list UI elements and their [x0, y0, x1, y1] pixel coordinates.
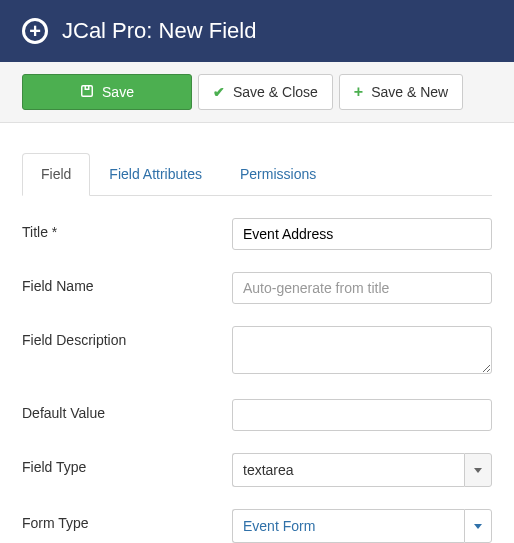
form-type-select[interactable]: Event Form — [232, 509, 492, 543]
toolbar: Save ✔ Save & Close + Save & New — [0, 62, 514, 123]
save-button[interactable]: Save — [22, 74, 192, 110]
check-icon: ✔ — [213, 84, 225, 100]
form-type-value: Event Form — [232, 509, 464, 543]
save-close-button[interactable]: ✔ Save & Close — [198, 74, 333, 110]
tab-field[interactable]: Field — [22, 153, 90, 196]
save-new-button[interactable]: + Save & New — [339, 74, 463, 110]
field-type-value: textarea — [232, 453, 464, 487]
label-field-name: Field Name — [22, 272, 232, 294]
field-description-textarea[interactable] — [232, 326, 492, 374]
apply-icon — [80, 84, 94, 101]
chevron-down-icon — [474, 468, 482, 473]
dropdown-caret — [464, 509, 492, 543]
tab-permissions[interactable]: Permissions — [221, 153, 335, 195]
default-value-input[interactable] — [232, 399, 492, 431]
form: Title * Field Name Field Description Def… — [0, 196, 514, 543]
field-type-select[interactable]: textarea — [232, 453, 492, 487]
tabs: Field Field Attributes Permissions — [22, 153, 492, 196]
page-title: JCal Pro: New Field — [62, 18, 256, 44]
row-default-value: Default Value — [22, 399, 492, 431]
label-default-value: Default Value — [22, 399, 232, 421]
row-title: Title * — [22, 218, 492, 250]
save-close-button-label: Save & Close — [233, 84, 318, 100]
label-title: Title * — [22, 218, 232, 240]
chevron-down-icon — [474, 524, 482, 529]
title-input[interactable] — [232, 218, 492, 250]
svg-rect-0 — [82, 85, 93, 96]
label-form-type: Form Type — [22, 509, 232, 531]
row-field-type: Field Type textarea — [22, 453, 492, 487]
page-header: + JCal Pro: New Field — [0, 0, 514, 62]
label-field-description: Field Description — [22, 326, 232, 348]
save-button-label: Save — [102, 84, 134, 100]
plus-icon: + — [354, 83, 363, 101]
tab-field-attributes[interactable]: Field Attributes — [90, 153, 221, 195]
save-new-button-label: Save & New — [371, 84, 448, 100]
field-name-input[interactable] — [232, 272, 492, 304]
row-field-description: Field Description — [22, 326, 492, 377]
row-field-name: Field Name — [22, 272, 492, 304]
dropdown-caret — [464, 453, 492, 487]
plus-circle-icon: + — [22, 18, 48, 44]
label-field-type: Field Type — [22, 453, 232, 475]
row-form-type: Form Type Event Form — [22, 509, 492, 543]
